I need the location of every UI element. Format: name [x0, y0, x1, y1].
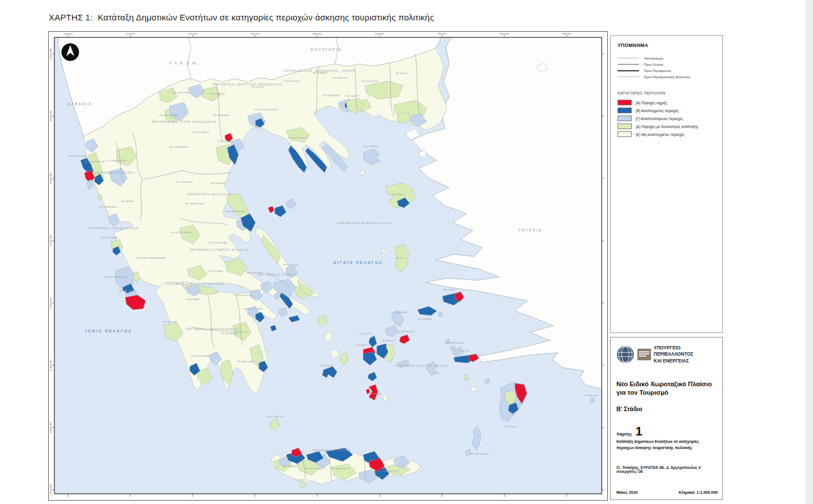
legend-category-label: (Ε) Μη αναπτυγμένες περιοχές	[636, 133, 684, 136]
map-label: ΠΕ ΑΙΤΩΛΟΑΚΑΡΝΑΝΙΑΣ	[136, 257, 167, 259]
map-label: ΠΕ ΚΑΛΥΜΝΟΥ	[445, 341, 464, 344]
svg-text:450.000: 450.000	[250, 32, 259, 35]
legend-line-item: Όριο Χώρας	[618, 61, 722, 67]
page-edge-strip	[805, 0, 813, 504]
map-label: ΠΕ ΕΥΡΥΤΑΝΙΑΣ	[171, 231, 191, 234]
map-label: ΠΕΡΙΦΕΡΕΙΑ ΔΥΤΙΚΗΣ ΕΛΛΑΔΑΣ	[167, 283, 224, 285]
map-label: ΠΕ ΠΡΕΒΕΖΑΣ	[99, 206, 117, 208]
greece-map-svg: ΑΛΒΑΝΙΑF.Y.R.O.M.ΒΟΥΛΓΑΡΙΑΤΟΥΡΚΙΑΙΟΝΙΟ Π…	[48, 31, 608, 501]
svg-text:550.000: 550.000	[313, 32, 322, 35]
map-label: ΠΕ ΘΕΣΠΡΩΤΙΑΣ	[84, 160, 105, 163]
map-label: ΠΕ ΚΥΘΗΡΩΝ	[266, 415, 283, 418]
map-label: ΠΕ ΗΜΑΘΙΑΣ	[213, 114, 229, 117]
stage-label: Β' Στάδιο	[616, 405, 717, 412]
map-label: ΠΕ ΜΑΓΝΗΣΙΑΣ	[225, 210, 245, 213]
map-label: ΠΕ ΠΙΕΡΙΑΣ	[218, 140, 233, 143]
ministry-name-line2: ΚΑΙ ΕΝΕΡΓΕΙΑΣ	[654, 358, 717, 364]
map-label: ΠΕ ΚΑΒΑΛΑΣ	[323, 94, 339, 97]
map-label: ΠΕ ΡΟΔΟΥ	[505, 425, 518, 428]
map-label: ΠΕ ΙΚΑΡΙΑΣ	[418, 318, 432, 321]
map-date: Μάιος 2024	[616, 490, 638, 494]
map-label: ΠΕΡΙΦΕΡΕΙΑ ΒΟΡΕΙΟΥ ΑΙΓΑΙΟΥ	[337, 222, 393, 225]
map-label: ΠΕ ΤΡΙΚΑΛΩΝ	[176, 181, 193, 183]
legend-line-sample	[618, 64, 639, 65]
legend-swatch-b	[618, 108, 632, 113]
map-label: ΠΕ ΘΗΡΑΣ	[369, 392, 382, 395]
map-label: ΠΕ ΑΡΚΑΔΙΑΣ	[221, 332, 238, 335]
map-label: ΠΕ ΦΘΙΩΤΙΔΑΣ	[209, 241, 228, 244]
map-label: ΠΕ ΦΛΩΡΙΝΑΣ	[172, 91, 190, 94]
legend-line-label: Όριο Περιφέρειας	[644, 69, 671, 72]
legend-swatch-a	[618, 100, 632, 105]
svg-text:4.250.000: 4.250.000	[49, 297, 52, 309]
map-number-row: Χάρτης 1	[616, 426, 717, 437]
map-label: ΠΕ ΚΟΡΙΝΘΙΑΣ	[235, 294, 253, 297]
map-number: 1	[636, 426, 642, 437]
legend-category-label: (Γ) Αναπτυσσόμενες περιοχές	[636, 117, 683, 121]
map-label: ΠΕ ΑΝΔΡΟΥ	[395, 311, 410, 314]
map-label: ΠΕ ΚΑΣΤΟΡΙΑΣ	[159, 114, 178, 117]
map-label: ΠΕ ΑΡΓΟΛΙΔΑΣ	[244, 307, 262, 310]
legend-category-label: (Β) Αναπτυγμένες περιοχές	[636, 109, 679, 113]
legend-category-a: (Α) Περιοχές αιχμής	[618, 100, 722, 105]
map-description: Κατάταξη Δημοτικών Ενοτήτων σε κατηγορίε…	[616, 439, 717, 451]
legend-category-label: (Δ) Περιοχές με δυνατότητες ανάπτυξης	[636, 125, 699, 129]
ministry-name: ΥΠΟΥΡΓΕΙΟ ΠΕΡΙΒΑΛΛΟΝΤΟΣ ΚΑΙ ΕΝΕΡΓΕΙΑΣ	[654, 345, 717, 364]
map-label: ΠΕ ΡΕΘΥΜΝΟΥ	[305, 467, 324, 470]
svg-text:650.000: 650.000	[375, 32, 384, 35]
map-label: ΠΕ ΑΡΤΑΣ	[121, 200, 134, 203]
map-label: ΠΕ ΚΑΡΠΑΘΟΥ	[470, 452, 489, 455]
map-label: ΤΟΥΡΚΙΑ	[518, 228, 542, 232]
map-label: ΠΕ ΘΕΣΣΑΛΟΝΙΚΗΣ	[254, 108, 279, 111]
legend-line-items: ΑκτογραμμήΌριο ΧώραςΌριο ΠεριφέρειαςΌριο…	[618, 55, 722, 80]
map-label: F.Y.R.O.M.	[169, 61, 199, 65]
map-label: Ν. ΜΕΓΙΣΤΗ	[584, 394, 598, 397]
map-label: ΠΕ ΙΩΑΝΝΙΝΩΝ	[107, 159, 126, 162]
authors-credit: Στ. Τσακίρης, ΕΥΡΩΤΕΚ ΑΕ, Δ. Αργυρόπουλο…	[616, 465, 717, 473]
svg-text:850.000: 850.000	[500, 32, 509, 35]
north-arrow-icon	[62, 44, 79, 61]
svg-text:950.000: 950.000	[562, 32, 571, 35]
legend-category-b: (Β) Αναπτυγμένες περιοχές	[618, 108, 722, 113]
map-label: ΠΕ ΒΟΙΩΤΙΑΣ	[246, 271, 263, 274]
svg-text:4.350.000: 4.350.000	[49, 235, 52, 246]
legend-line-sample	[618, 76, 639, 77]
map-label: ΠΕ ΠΕΛΛΑΣ	[211, 92, 225, 95]
map-label: ΠΕ ΛΕΥΚΑΔΑΣ	[100, 236, 118, 239]
map-label: ΠΕΡΙΦΕΡΕΙΑ ΠΕΛΟΠΟΝΝΗΣΟΥ	[185, 328, 240, 331]
page-title: ΧΑΡΤΗΣ 1: Κατάταξη Δημοτικών Ενοτήτων σε…	[49, 12, 434, 22]
svg-text:250.000: 250.000	[126, 32, 135, 35]
ministry-logo-plate-icon	[637, 348, 651, 361]
map-label: ΠΕ ΣΥΡΟΥ	[359, 332, 372, 335]
map-label: ΠΕ ΗΛΕΙΑΣ	[163, 321, 177, 323]
ministry-name-line1: ΥΠΟΥΡΓΕΙΟ ΠΕΡΙΒΑΛΛΟΝΤΟΣ	[654, 345, 717, 358]
map-label: ΠΕ ΜΕΣΣΗΝΙΑΣ	[190, 354, 210, 357]
legend-panel: ΥΠΟΜΝΗΜΑ ΑκτογραμμήΌριο ΧώραςΌριο Περιφέ…	[610, 35, 723, 333]
svg-text:4.550.000: 4.550.000	[49, 110, 52, 122]
map-label: ΠΕΡΙΦΕΡΕΙΑ ΑΤΤΙΚΗΣ	[257, 274, 296, 276]
map-label: ΠΕ ΚΟΖΑΝΗΣ	[193, 131, 210, 134]
map-label: ΠΕ ΓΡΕΒΕΝΩΝ	[169, 146, 188, 148]
map-label: ΠΕ ΣΑΜΟΥ	[444, 288, 457, 291]
map-label: ΠΕ ΡΟΔΟΠΗΣ	[361, 80, 378, 83]
map-label: ΠΕ ΞΑΝΘΗΣ	[333, 76, 348, 79]
legend-line-sample	[618, 58, 639, 58]
ministry-emblem-icon	[616, 345, 635, 364]
map-label: ΠΕΡΙΦΕΡΕΙΑ ΔΥΤΙΚΗΣ ΜΑΚΕΔΟΝΙΑΣ	[152, 121, 217, 123]
legend-swatch-e	[618, 131, 632, 137]
svg-text:4.150.000: 4.150.000	[49, 360, 52, 371]
ministry-logo-row: ΥΠΟΥΡΓΕΙΟ ΠΕΡΙΒΑΛΛΟΝΤΟΣ ΚΑΙ ΕΝΕΡΓΕΙΑΣ	[616, 345, 717, 364]
legend-line-label: Όριο Χώρας	[644, 62, 663, 66]
map-label: ΠΕ ΛΑΡΙΣΑΣ	[211, 182, 226, 185]
legend-swatch-c	[618, 116, 632, 121]
map-label: ΠΕ ΛΑΣΙΘΙΟΥ	[383, 469, 399, 472]
map-label: ΠΕΡΙΦΕΡΕΙΑ ΚΕΝΤΡΙΚΗΣ ΜΑΚΕΔΟΝΙΑΣ	[212, 83, 283, 86]
map-label: ΠΕ ΚΙΛΚΙΣ	[252, 86, 265, 88]
svg-text:750.000: 750.000	[437, 32, 446, 35]
svg-text:150.000: 150.000	[63, 32, 73, 35]
map-label: Ν. ΓΑΥΔΟΣ	[295, 479, 308, 481]
map-label: ΠΕ ΛΑΚΩΝΙΑΣ	[237, 360, 254, 363]
legend-line-label: Όριο Περιφερειακής Ενότητας	[644, 75, 691, 79]
map-label: ΠΕ ΧΑΛΚΙΔΙΚΗΣ	[287, 136, 307, 139]
map-label: ΑΛΒΑΝΙΑ	[67, 102, 92, 106]
